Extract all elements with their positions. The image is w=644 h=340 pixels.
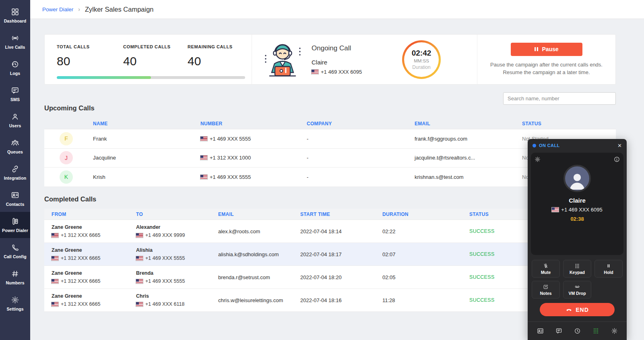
us-flag-icon [136, 279, 143, 284]
gear-icon[interactable] [611, 328, 618, 334]
call-widget: ON CALL ✕ Claire +1 469 XXX 6095 02:38 M… [528, 139, 627, 340]
to-number: +1 469 XXX 9999 [145, 232, 185, 238]
sidebar-item-call-config[interactable]: Call Config [0, 238, 30, 264]
from-number: +1 312 XXX 6665 [61, 278, 100, 284]
widget-settings-icon[interactable] [535, 156, 541, 164]
to-number: +1 469 XXX 5555 [145, 255, 185, 261]
page-title: Zylker Sales Campaign [85, 6, 154, 13]
from-number: +1 312 XXX 6665 [61, 232, 100, 238]
vm-drop-button[interactable]: VM Drop [563, 281, 591, 299]
contact-name: Jacquline [93, 155, 200, 161]
sidebar-item-label: Logs [10, 71, 20, 76]
sidebar-item-label: Call Config [4, 254, 27, 259]
breadcrumb-parent-link[interactable]: Power Dialer [42, 6, 73, 12]
sidebar-item-integration[interactable]: Integration [0, 160, 30, 186]
column-header-duration[interactable]: DURATION [382, 211, 469, 217]
column-header-email[interactable]: EMAIL [415, 121, 522, 126]
contact-number: +1 469 XXX 5555 [210, 136, 251, 142]
us-flag-icon [200, 137, 207, 141]
us-flag-icon [52, 279, 58, 284]
search-input[interactable] [503, 92, 616, 105]
sidebar-item-queues[interactable]: Queues [0, 133, 30, 160]
us-flag-icon [136, 233, 143, 238]
stat-value: 40 [123, 54, 188, 68]
keypad-button[interactable]: Keypad [563, 260, 591, 278]
column-header-from[interactable]: FROM [52, 211, 136, 217]
sidebar-item-label: Live Calls [5, 45, 25, 50]
sidebar-item-label: Integration [4, 176, 26, 180]
sidebar-item-contacts[interactable]: Contacts [0, 186, 30, 212]
mute-button[interactable]: Mute [532, 260, 560, 278]
campaign-progress-bar [57, 76, 245, 79]
sidebar-item-users[interactable]: Users [0, 107, 30, 133]
from-number: +1 312 XXX 6665 [61, 255, 100, 261]
sidebar-item-sms[interactable]: SMS [0, 81, 30, 107]
call-email: brenda.r@setrust.com [218, 274, 300, 280]
call-widget-footer [528, 321, 627, 340]
queues-icon [11, 139, 19, 147]
dashboard-grid-icon [11, 8, 19, 16]
sidebar-item-label: Users [9, 123, 21, 128]
call-start-time: 2022-07-04 18:14 [300, 228, 382, 234]
campaign-progress-fill [57, 76, 151, 79]
call-duration: 11:28 [382, 297, 469, 303]
sidebar-item-live-calls[interactable]: Live Calls [0, 29, 30, 55]
close-icon[interactable]: ✕ [617, 143, 622, 148]
call-duration: 02:07 [382, 251, 469, 257]
upcoming-calls-header: NAMENUMBERCOMPANYEMAILSTATUS [44, 118, 616, 129]
numbers-icon [11, 270, 19, 278]
column-header-email[interactable]: EMAIL [218, 211, 300, 217]
caller-number: +1 469 XXX 6095 [561, 207, 602, 213]
sidebar-item-logs[interactable]: Logs [0, 55, 30, 81]
notes-button[interactable]: Notes [532, 281, 560, 299]
call-action-label: Hold [604, 270, 613, 275]
from-name: Zane Greene [52, 270, 136, 276]
column-header-name[interactable]: NAME [93, 121, 200, 126]
call-action-label: Mute [541, 270, 551, 275]
column-header-status[interactable]: STATUS [522, 121, 616, 126]
to-number: +1 469 XXX 6118 [145, 301, 184, 307]
settings-icon [11, 296, 19, 304]
stat-value: 40 [188, 54, 233, 68]
to-name: Chris [136, 293, 218, 299]
sidebar: Dashboard Live Calls Logs SMS Users Queu… [0, 0, 30, 340]
info-icon[interactable] [614, 156, 620, 164]
history-icon[interactable] [574, 328, 581, 334]
sidebar-item-label: Contacts [6, 202, 25, 207]
end-call-button[interactable]: END [540, 303, 615, 316]
sidebar-item-power-dialer[interactable]: Power Dialer [0, 212, 30, 238]
column-header-company[interactable]: COMPANY [307, 121, 415, 126]
agent-illustration [262, 39, 303, 80]
breadcrumb-chevron-icon: › [78, 6, 80, 12]
contact-name: Frank [93, 136, 200, 142]
from-name: Zane Greene [52, 247, 136, 253]
contact-card-icon[interactable] [537, 328, 544, 334]
sms-icon [11, 86, 19, 95]
column-header-number[interactable]: NUMBER [200, 121, 307, 126]
column-header-start-time[interactable]: START TIME [300, 211, 382, 217]
contact-email: frank.f@sggroups.com [415, 136, 522, 142]
call-config-icon [11, 243, 19, 252]
stat-remaining-calls: REMAINING CALLS 40 [188, 44, 233, 68]
column-header-to[interactable]: TO [136, 211, 218, 217]
sidebar-item-dashboard[interactable]: Dashboard [0, 2, 30, 29]
ongoing-call-number: +1 469 XXX 6095 [321, 69, 362, 75]
live-calls-icon [11, 34, 19, 42]
chat-icon[interactable] [555, 328, 562, 334]
call-start-time: 2022-07-04 18:20 [300, 274, 382, 280]
campaign-stats-card: TOTAL CALLS 80 COMPLETED CALLS 40 REMAIN… [45, 35, 252, 84]
dialpad-icon[interactable] [592, 328, 599, 334]
contacts-icon [11, 191, 19, 199]
call-email: alex.k@roots.com [218, 228, 300, 234]
avatar: K [60, 170, 73, 184]
call-start-time: 2022-07-04 18:17 [300, 251, 382, 257]
us-flag-icon [312, 70, 318, 74]
sidebar-item-settings[interactable]: Settings [0, 290, 30, 317]
sidebar-item-numbers[interactable]: Numbers [0, 264, 30, 290]
to-name: Alishia [136, 247, 218, 253]
hold-button[interactable]: Hold [594, 260, 623, 278]
mute-icon [543, 263, 549, 269]
pause-campaign-button[interactable]: Pause [511, 43, 582, 56]
topbar: Power Dialer › Zylker Sales Campaign [30, 0, 644, 19]
contact-email: krishnan.s@test.com [415, 174, 522, 180]
